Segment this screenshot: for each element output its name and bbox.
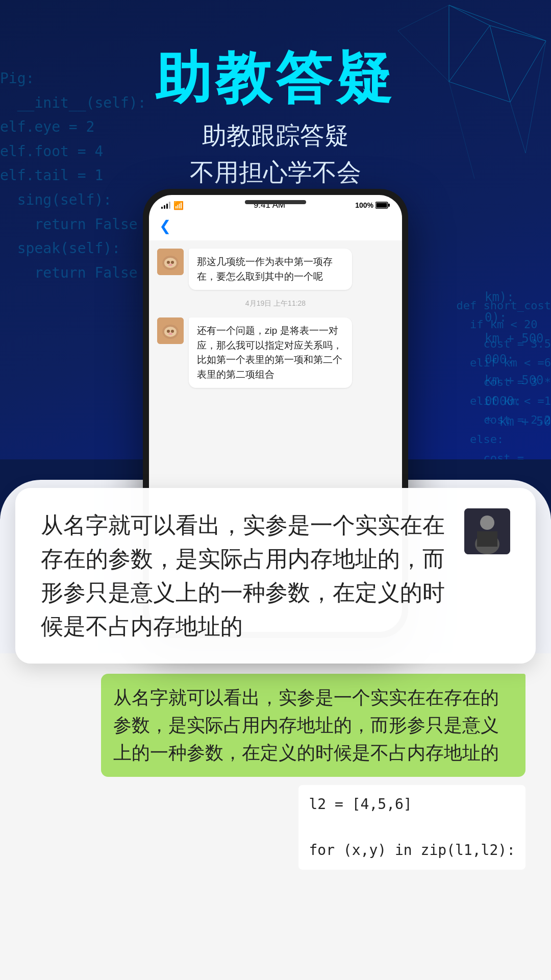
status-right: 100% xyxy=(355,201,390,209)
teacher-avatar xyxy=(464,508,510,554)
svg-point-33 xyxy=(480,516,494,530)
svg-point-28 xyxy=(164,327,177,337)
svg-line-4 xyxy=(449,5,490,26)
svg-rect-35 xyxy=(477,531,497,547)
teacher-response-bubble: 从名字就可以看出，实参是一个实实在在存在的参数，是实际占用内存地址的，而形参只是… xyxy=(15,488,536,664)
svg-rect-14 xyxy=(377,203,387,208)
page-title: 助教答疑 xyxy=(0,41,551,117)
svg-line-0 xyxy=(449,5,546,41)
svg-line-5 xyxy=(490,26,546,41)
svg-point-21 xyxy=(167,261,170,264)
message-timestamp: 4月19日 上午11:28 xyxy=(157,299,394,308)
signal-icon xyxy=(161,202,170,209)
user-avatar-1 xyxy=(157,249,184,275)
bottom-chat-area: 从名字就可以看出，实参是一个实实在在存在的参数，是实际占用内存地址的，而形参只是… xyxy=(0,653,551,980)
svg-point-22 xyxy=(171,261,174,264)
svg-line-11 xyxy=(398,5,449,31)
battery-icon xyxy=(375,202,390,209)
svg-point-20 xyxy=(164,258,177,268)
wifi-icon: 📶 xyxy=(173,201,184,210)
green-message-bubble: 从名字就可以看出，实参是一个实实在在存在的参数，是实际占用内存地址的，而形参只是… xyxy=(101,674,525,777)
nav-bar: ❮ xyxy=(149,213,402,240)
teacher-response-text: 从名字就可以看出，实参是一个实实在在存在的参数，是实际占用内存地址的，而形参只是… xyxy=(41,508,454,643)
svg-point-30 xyxy=(171,330,174,333)
battery-percent: 100% xyxy=(355,201,373,209)
message-bubble-2: 还有一个问题，zip 是将表一一对应，那么我可以指定对应关系吗，比如第一个表里的… xyxy=(189,317,352,388)
svg-rect-15 xyxy=(388,204,390,207)
svg-point-31 xyxy=(168,333,172,335)
message-1: 那这几项统一作为表中第一项存在，要怎么取到其中的一个呢 xyxy=(157,249,394,290)
page-subtitle: 助教跟踪答疑 不用担心学不会 xyxy=(0,117,551,191)
code-background-right-bottom: def short_cost if km < 20 cost = 3.5 eli… xyxy=(457,296,551,459)
page: Pig: __init__(self): elf.eye = 2 elf.foo… xyxy=(0,0,551,980)
user-avatar-2 xyxy=(157,317,184,344)
status-bar: 📶 9:41 AM 100% xyxy=(149,195,402,213)
svg-point-23 xyxy=(168,264,172,266)
back-button[interactable]: ❮ xyxy=(159,217,171,234)
status-left: 📶 xyxy=(161,201,184,210)
message-2: 还有一个问题，zip 是将表一一对应，那么我可以指定对应关系吗，比如第一个表里的… xyxy=(157,317,394,388)
teacher-response-container: 从名字就可以看出，实参是一个实实在在存在的参数，是实际占用内存地址的，而形参只是… xyxy=(15,488,536,664)
message-bubble-1: 那这几项统一作为表中第一项存在，要怎么取到其中的一个呢 xyxy=(189,249,352,290)
code-snippet: l2 = [4,5,6] for (x,y) in zip(l1,l2): xyxy=(298,785,525,870)
phone-notch xyxy=(245,200,306,204)
svg-point-29 xyxy=(167,330,170,333)
